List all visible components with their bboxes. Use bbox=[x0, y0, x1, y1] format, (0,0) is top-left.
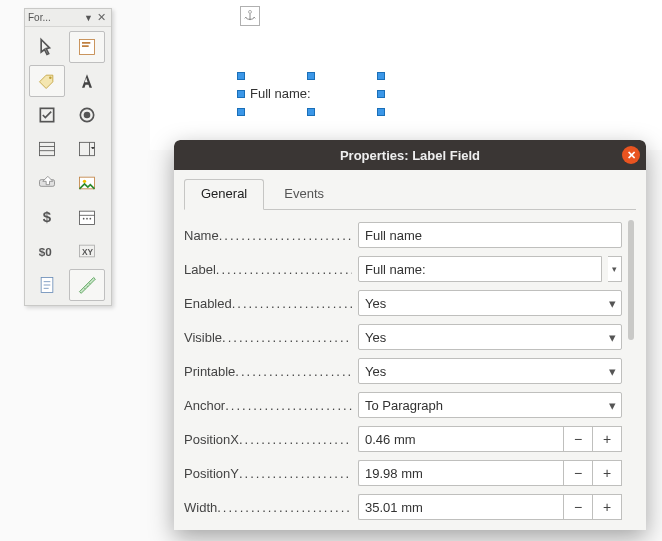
dialog-titlebar[interactable]: Properties: Label Field ✕ bbox=[174, 140, 646, 170]
svg-text:$0: $0 bbox=[39, 245, 52, 258]
more-tools[interactable] bbox=[29, 269, 65, 301]
posx-input[interactable] bbox=[358, 426, 564, 452]
dialog-tabs: General Events bbox=[174, 170, 646, 209]
minus-icon: − bbox=[574, 431, 582, 447]
close-icon: ✕ bbox=[627, 149, 636, 162]
numeric-tool[interactable]: $0 bbox=[29, 235, 65, 267]
date-tool[interactable] bbox=[69, 201, 105, 233]
toolbox-header[interactable]: For... ▼ ✕ bbox=[25, 9, 111, 27]
toolbox-title: For... bbox=[28, 12, 82, 23]
selection-handle[interactable] bbox=[307, 72, 315, 80]
letter-a-icon bbox=[77, 71, 97, 91]
pointer-icon bbox=[37, 37, 57, 57]
list-icon bbox=[37, 139, 57, 159]
prop-row-visible: Visible.................................… bbox=[184, 320, 628, 354]
currency-tool[interactable]: $ bbox=[29, 201, 65, 233]
printable-select[interactable] bbox=[358, 358, 622, 384]
plus-icon: + bbox=[603, 465, 611, 481]
tab-general[interactable]: General bbox=[184, 179, 264, 210]
ruler-icon bbox=[77, 275, 97, 295]
toolbox-menu-caret-icon[interactable]: ▼ bbox=[84, 13, 93, 23]
selection-handle[interactable] bbox=[377, 108, 385, 116]
label-input[interactable] bbox=[358, 256, 602, 282]
combo-icon bbox=[77, 139, 97, 159]
calendar-icon bbox=[77, 207, 97, 227]
svg-point-12 bbox=[83, 218, 85, 220]
properties-scrollbar[interactable] bbox=[628, 220, 636, 520]
prop-row-posy: PositionY...............................… bbox=[184, 456, 628, 490]
posx-decrement[interactable]: − bbox=[563, 426, 593, 452]
posx-increment[interactable]: + bbox=[592, 426, 622, 452]
ruler-tool[interactable] bbox=[69, 269, 105, 301]
label-tool[interactable] bbox=[29, 65, 65, 97]
prop-label: Anchor bbox=[184, 398, 225, 413]
prop-label: Printable bbox=[184, 364, 235, 379]
visible-select[interactable] bbox=[358, 324, 622, 350]
svg-point-9 bbox=[83, 180, 86, 183]
tab-events[interactable]: Events bbox=[267, 179, 341, 210]
scroll-thumb[interactable] bbox=[628, 220, 634, 340]
posy-input[interactable] bbox=[358, 460, 564, 486]
svg-text:$: $ bbox=[43, 208, 52, 225]
selection-handle[interactable] bbox=[237, 90, 245, 98]
selection-handle[interactable] bbox=[237, 108, 245, 116]
formatted-tool[interactable]: XY bbox=[69, 235, 105, 267]
name-input[interactable] bbox=[358, 222, 622, 248]
prop-label: PositionY bbox=[184, 466, 239, 481]
properties-dialog: Properties: Label Field ✕ General Events… bbox=[174, 140, 646, 530]
prop-row-posx: PositionX...............................… bbox=[184, 422, 628, 456]
prop-row-label: Label...................................… bbox=[184, 252, 628, 286]
properties-list: Name....................................… bbox=[184, 218, 628, 522]
canvas-area[interactable] bbox=[150, 0, 662, 150]
width-decrement[interactable]: − bbox=[563, 494, 593, 520]
width-input[interactable] bbox=[358, 494, 564, 520]
prop-row-name: Name....................................… bbox=[184, 218, 628, 252]
form-controls-toolbox: For... ▼ ✕ bbox=[24, 8, 112, 306]
checkbox-tool[interactable] bbox=[29, 99, 65, 131]
prop-row-enabled: Enabled.................................… bbox=[184, 286, 628, 320]
image-tool[interactable] bbox=[69, 167, 105, 199]
form-design-tool[interactable] bbox=[69, 31, 105, 63]
anchor-marker bbox=[240, 6, 260, 26]
posy-decrement[interactable]: − bbox=[563, 460, 593, 486]
toolbox-close-icon[interactable]: ✕ bbox=[95, 11, 108, 24]
push-button-tool[interactable] bbox=[29, 167, 65, 199]
text-tool[interactable] bbox=[69, 65, 105, 97]
prop-label: Visible bbox=[184, 330, 222, 345]
svg-rect-5 bbox=[40, 142, 55, 155]
selection-handle[interactable] bbox=[307, 108, 315, 116]
enabled-select[interactable] bbox=[358, 290, 622, 316]
svg-point-14 bbox=[90, 218, 92, 220]
selection-handle[interactable] bbox=[377, 72, 385, 80]
anchor-select[interactable] bbox=[358, 392, 622, 418]
button-icon bbox=[37, 173, 57, 193]
list-tool[interactable] bbox=[29, 133, 65, 165]
prop-label: Width bbox=[184, 500, 217, 515]
prop-label: Label bbox=[184, 262, 216, 277]
selection-handle[interactable] bbox=[377, 90, 385, 98]
dialog-close-button[interactable]: ✕ bbox=[622, 146, 640, 164]
toolbox-grid: $ $0 XY bbox=[25, 27, 111, 305]
prop-row-anchor: Anchor..................................… bbox=[184, 388, 628, 422]
label-expand-button[interactable]: ▾ bbox=[608, 256, 622, 282]
selection-handle[interactable] bbox=[237, 72, 245, 80]
posy-increment[interactable]: + bbox=[592, 460, 622, 486]
prop-label: Enabled bbox=[184, 296, 232, 311]
selected-label-text[interactable]: Full name: bbox=[250, 86, 311, 101]
width-increment[interactable]: + bbox=[592, 494, 622, 520]
prop-label: Name bbox=[184, 228, 219, 243]
minus-icon: − bbox=[574, 465, 582, 481]
combo-tool[interactable] bbox=[69, 133, 105, 165]
document-icon bbox=[37, 275, 57, 295]
chevron-down-icon: ▾ bbox=[612, 264, 617, 274]
svg-point-1 bbox=[49, 76, 52, 79]
select-tool[interactable] bbox=[29, 31, 65, 63]
radio-tool[interactable] bbox=[69, 99, 105, 131]
prop-row-width: Width...................................… bbox=[184, 490, 628, 522]
plus-icon: + bbox=[603, 499, 611, 515]
picture-icon bbox=[77, 173, 97, 193]
dollar-icon: $ bbox=[37, 207, 57, 227]
plus-icon: + bbox=[603, 431, 611, 447]
form-icon bbox=[77, 37, 97, 57]
dialog-body: Name....................................… bbox=[184, 209, 636, 530]
